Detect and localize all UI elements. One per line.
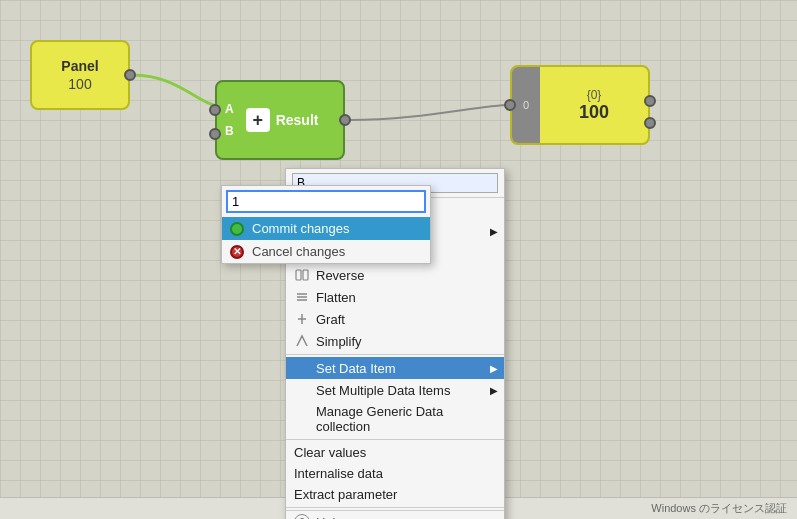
menu-item-clear-label: Clear values: [294, 445, 366, 460]
menu-item-simplify-label: Simplify: [316, 334, 362, 349]
panel-value: 100: [68, 76, 91, 92]
simplify-icon: [294, 333, 310, 349]
submenu-cancel-label: Cancel changes: [252, 244, 345, 259]
reverse-icon: [294, 267, 310, 283]
separator-3: [286, 507, 504, 508]
submenu-commit-item[interactable]: Commit changes: [222, 217, 430, 240]
panel-output-connector[interactable]: [124, 69, 136, 81]
node-panel[interactable]: Panel 100: [30, 40, 130, 110]
submenu-input[interactable]: [226, 190, 426, 213]
manage-icon: [294, 411, 310, 427]
node-math[interactable]: A B + Result: [215, 80, 345, 160]
result-value: 100: [579, 102, 609, 123]
cancel-icon: ✕: [230, 245, 244, 259]
submenu-cancel-item[interactable]: ✕ Cancel changes: [222, 240, 430, 263]
result-left-panel: 0: [512, 67, 540, 143]
submenu-commit-label: Commit changes: [252, 221, 350, 236]
commit-icon: [230, 222, 244, 236]
math-input-a[interactable]: [209, 104, 221, 116]
menu-item-flatten-label: Flatten: [316, 290, 356, 305]
menu-item-extract[interactable]: Extract parameter: [286, 484, 504, 505]
flatten-icon: [294, 289, 310, 305]
math-result-label: Result: [276, 112, 319, 128]
set-data-icon: [294, 360, 310, 376]
help-icon: ?: [294, 514, 310, 519]
math-output[interactable]: [339, 114, 351, 126]
menu-item-graft[interactable]: Graft: [286, 308, 504, 330]
menu-item-clear[interactable]: Clear values: [286, 442, 504, 463]
result-index: 0: [523, 99, 529, 111]
math-input-b[interactable]: [209, 128, 221, 140]
separator-1: [286, 354, 504, 355]
status-text: Windows のライセンス認証: [651, 501, 787, 516]
result-title: {0}: [587, 88, 602, 102]
math-operator: +: [246, 108, 270, 132]
menu-item-manage-label: Manage Generic Data collection: [316, 404, 496, 434]
menu-item-set-multiple[interactable]: Set Multiple Data Items: [286, 379, 504, 401]
result-input[interactable]: [504, 99, 516, 111]
submenu-set-data: Commit changes ✕ Cancel changes: [221, 185, 431, 264]
menu-item-graft-label: Graft: [316, 312, 345, 327]
separator-2: [286, 439, 504, 440]
math-port-a: A: [225, 102, 234, 116]
panel-title: Panel: [61, 58, 98, 74]
menu-item-simplify[interactable]: Simplify: [286, 330, 504, 352]
svg-rect-4: [296, 270, 301, 280]
math-port-b: B: [225, 124, 234, 138]
menu-item-internalise[interactable]: Internalise data: [286, 463, 504, 484]
menu-item-set-data-label: Set Data Item: [316, 361, 395, 376]
menu-item-manage[interactable]: Manage Generic Data collection: [286, 401, 504, 437]
menu-item-set-data-item[interactable]: Set Data Item: [286, 357, 504, 379]
menu-item-internalise-label: Internalise data: [294, 466, 383, 481]
menu-item-flatten[interactable]: Flatten: [286, 286, 504, 308]
result-output-bottom[interactable]: [644, 117, 656, 129]
menu-help-label: Help...: [316, 515, 354, 520]
menu-item-set-multiple-label: Set Multiple Data Items: [316, 383, 450, 398]
menu-item-reverse-label: Reverse: [316, 268, 364, 283]
menu-item-extract-label: Extract parameter: [294, 487, 397, 502]
menu-item-reverse[interactable]: Reverse: [286, 264, 504, 286]
svg-rect-5: [303, 270, 308, 280]
set-multiple-icon: [294, 382, 310, 398]
result-output-top[interactable]: [644, 95, 656, 107]
node-result[interactable]: 0 {0} 100: [510, 65, 650, 145]
menu-help-row[interactable]: ? Help...: [286, 510, 504, 519]
graft-icon: [294, 311, 310, 327]
